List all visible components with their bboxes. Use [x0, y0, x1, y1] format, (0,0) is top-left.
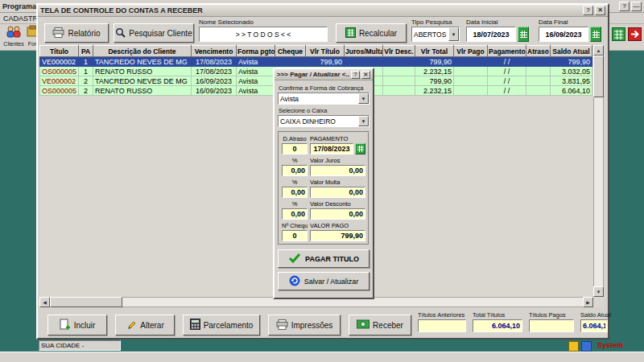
column-header[interactable]: Descrição do Cliente [93, 46, 192, 57]
parcelamento-button[interactable]: Parcelamento [183, 315, 260, 335]
cell [454, 67, 488, 76]
chevron-down-icon[interactable]: ▼ [358, 116, 369, 126]
chevron-down-icon[interactable]: ▼ [448, 27, 459, 41]
cell: Avista [237, 67, 275, 76]
payment-panel: D.Atraso PAGAMENTO 0 17/08/2023 % Valor … [278, 131, 369, 245]
column-header[interactable]: PA [79, 46, 93, 57]
pagar-titulo-button-label: PAGAR TITULO [305, 255, 359, 263]
multa-pct-value: 0,00 [291, 188, 305, 196]
titulos-anteriores-field[interactable] [418, 319, 466, 332]
taskbar[interactable] [0, 352, 644, 362]
cell: OS000005 [40, 86, 79, 96]
tipo-pesquisa-select[interactable]: ABERTOS ▼ [411, 27, 460, 42]
salvar-atualizar-button[interactable]: Salvar / Atualizar [278, 272, 369, 290]
add-document-icon [60, 319, 71, 331]
valor-pago-field[interactable]: 799,90 [310, 230, 365, 241]
window-title: TELA DE CONTROLE DO CONTAS A RECEBER [40, 6, 581, 14]
check-icon [288, 253, 301, 265]
cell: / / [488, 86, 526, 96]
window-titlebar[interactable]: TELA DE CONTROLE DO CONTAS A RECEBER ? ✕ [38, 5, 608, 17]
juros-field[interactable]: 0,00 [310, 165, 365, 176]
column-header[interactable]: Saldo Atual [551, 46, 592, 57]
cell [345, 57, 383, 67]
column-header[interactable]: Juros/Multa [345, 46, 383, 57]
alterar-button[interactable]: Alterar [115, 315, 175, 335]
cell: 2 [79, 76, 93, 86]
forma-cobranca-select[interactable]: Avista ▼ [278, 93, 369, 105]
pagar-titulo-button[interactable]: PAGAR TITULO [278, 249, 369, 268]
vertical-scroll-thumb[interactable] [593, 56, 604, 97]
data-final-field[interactable]: 16/09/2023 [539, 27, 588, 42]
total-titulos-field[interactable]: 6.064,10 [473, 319, 522, 332]
desktop: Programa ? — CADASTROS Clientes For [0, 0, 644, 362]
column-header[interactable]: Vlr Desc. [383, 46, 415, 57]
chevron-down-icon[interactable]: ▼ [358, 93, 369, 104]
impressoes-button[interactable]: Impressões [268, 315, 341, 335]
receber-button-label: Receber [373, 321, 403, 330]
cell [454, 57, 488, 67]
cell: VE000002 [40, 57, 79, 67]
dialog-titlebar[interactable]: >>> Pagar / Atualizar <... ? ✕ [275, 69, 373, 80]
pagar-atualizar-dialog: >>> Pagar / Atualizar <... ? ✕ Confirme … [273, 68, 374, 299]
nome-selecionado-field[interactable]: > > T O D O S < < [199, 27, 328, 42]
nome-selecionado-label: Nome Selecionado [199, 19, 254, 26]
recalcular-button[interactable]: Recalcular [336, 23, 407, 43]
scroll-down-icon[interactable]: ▼ [593, 286, 604, 297]
parent-minimize-button[interactable]: — [631, 2, 642, 11]
cheque-field[interactable]: 0 [282, 230, 308, 241]
multa-field[interactable]: 0,00 [310, 187, 365, 198]
column-header[interactable]: Forma pgto [237, 46, 275, 57]
toolbar-item-clientes[interactable]: Clientes [2, 25, 26, 50]
juros-pct-field[interactable]: 0,00 [282, 165, 308, 176]
data-final-calendar-icon[interactable] [590, 27, 601, 42]
exit-icon[interactable] [628, 27, 642, 44]
spreadsheet-icon[interactable] [612, 27, 625, 44]
data-inicial-calendar-icon[interactable] [518, 27, 529, 42]
cell [454, 86, 488, 96]
column-header[interactable]: Vencimento [192, 46, 237, 57]
column-header[interactable]: Título [40, 46, 79, 57]
scroll-right-icon[interactable]: ▶ [583, 297, 593, 307]
column-header[interactable]: Vlr Título [306, 46, 345, 57]
receber-button[interactable]: Receber [349, 315, 411, 335]
window-help-button[interactable]: ? [583, 6, 593, 15]
column-header[interactable]: Cheque [275, 46, 306, 57]
incluir-button[interactable]: Incluir [47, 315, 107, 335]
caixa-select[interactable]: CAIXA DINHEIRO ▼ [278, 115, 369, 127]
pagamento-calendar-icon[interactable] [355, 143, 365, 154]
saldo-atual-field[interactable]: 6.064,10 [580, 319, 608, 332]
horizontal-scroll-thumb[interactable] [50, 297, 122, 307]
relatorio-button[interactable]: Relatório [44, 23, 109, 43]
desconto-pct-field[interactable]: 0,00 [282, 208, 308, 220]
scroll-left-icon[interactable]: ◀ [39, 297, 50, 307]
pencil-icon [126, 319, 137, 331]
atraso-field[interactable]: 0 [282, 143, 308, 154]
column-header[interactable]: Vlr Pago [454, 46, 488, 57]
multa-pct-field[interactable]: 0,00 [282, 187, 308, 198]
parent-statusbar: SUA CIDADE - System [0, 339, 644, 352]
data-inicial-field[interactable]: 18/07/2023 [466, 27, 516, 42]
cell: 799,90 [551, 57, 592, 67]
valor-pago-value: 799,90 [341, 232, 363, 240]
column-header[interactable]: Atraso [526, 46, 551, 57]
vertical-scrollbar[interactable]: ▲ ▼ [593, 45, 604, 297]
alterar-button-label: Alterar [140, 321, 163, 330]
pesquisar-cliente-button-label: Pesquisar Cliente [129, 29, 192, 38]
tipo-pesquisa-label: Tipo Pesquisa [411, 19, 452, 26]
scroll-up-icon[interactable]: ▲ [593, 45, 604, 56]
column-header[interactable]: Vlr Total [415, 46, 454, 57]
cell: / / [488, 57, 526, 67]
cell: 6.064,10 [551, 86, 592, 96]
dialog-close-button[interactable]: ✕ [361, 71, 370, 79]
pagamento-field[interactable]: 17/08/2023 [310, 143, 353, 154]
desconto-field[interactable]: 0,00 [310, 208, 365, 220]
pesquisar-cliente-button[interactable]: Pesquisar Cliente [114, 23, 194, 43]
table-row[interactable]: VE0000021TANCREDO NEVES DE MG17/08/2023A… [40, 57, 592, 67]
column-header[interactable]: Pagamento [488, 46, 526, 57]
parent-help-button[interactable]: ? [619, 2, 630, 11]
dialog-help-button[interactable]: ? [351, 71, 360, 79]
money-icon [357, 319, 369, 331]
titulos-pagos-field[interactable] [529, 319, 574, 332]
cell: 2.232,15 [415, 67, 454, 76]
window-close-button[interactable]: ✕ [595, 6, 605, 15]
